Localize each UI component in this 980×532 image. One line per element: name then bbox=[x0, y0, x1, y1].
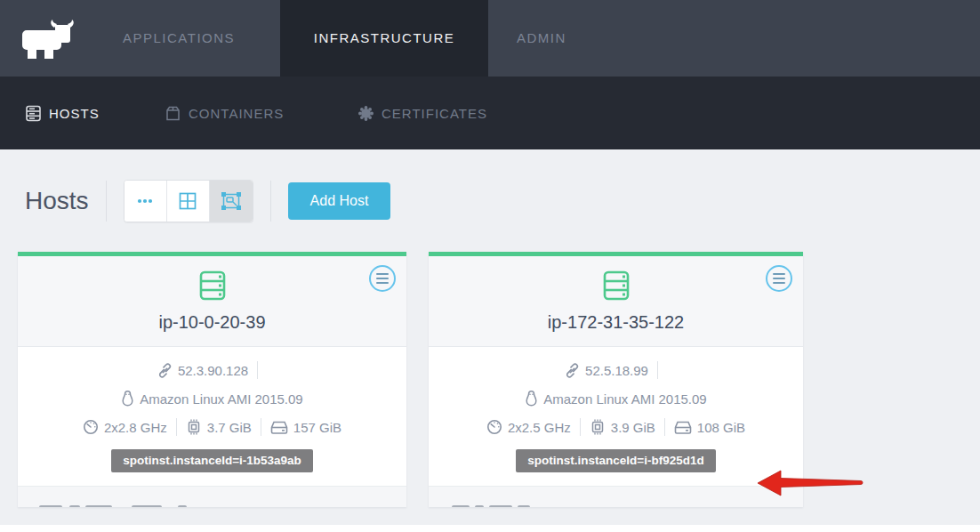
host-label-tag: spotinst.instanceId=i-1b53a9ab bbox=[111, 449, 313, 472]
host-os-row: Amazon Linux AMI 2015.09 bbox=[429, 384, 803, 413]
app-window: APPLICATIONS INFRASTRUCTURE ADMIN HOSTS bbox=[0, 0, 980, 532]
ellipsis-icon bbox=[137, 198, 153, 204]
host-cpu: 2x2.8 GHz bbox=[104, 420, 167, 435]
disk-drive-icon bbox=[674, 420, 692, 435]
menu-line bbox=[773, 278, 785, 279]
certificate-seal-icon bbox=[357, 105, 374, 122]
cpu-gauge-icon bbox=[83, 419, 99, 435]
clipped-text bbox=[178, 505, 187, 507]
subnav-item-label: CONTAINERS bbox=[189, 106, 284, 121]
host-disk: 157 GiB bbox=[293, 420, 341, 435]
view-mode-list-button[interactable] bbox=[125, 181, 167, 222]
host-ip: 52.5.18.99 bbox=[585, 363, 648, 378]
divider bbox=[106, 181, 107, 222]
hosts-server-icon bbox=[25, 105, 42, 122]
host-os-row: Amazon Linux AMI 2015.09 bbox=[18, 384, 406, 413]
host-ip: 52.3.90.128 bbox=[178, 363, 248, 378]
menu-line bbox=[773, 282, 785, 284]
host-ip-row: 52.5.18.99 bbox=[429, 356, 803, 384]
divider bbox=[664, 418, 665, 436]
clipped-text bbox=[452, 505, 470, 507]
grid-icon bbox=[179, 192, 197, 210]
clipped-text bbox=[85, 505, 112, 507]
clipped-text bbox=[475, 505, 484, 507]
diagram-icon bbox=[221, 192, 241, 210]
link-icon bbox=[157, 363, 173, 378]
memory-chip-icon bbox=[590, 419, 606, 435]
menu-line bbox=[773, 273, 785, 275]
clipped-text bbox=[69, 505, 80, 507]
disk-drive-icon bbox=[270, 420, 288, 435]
host-ip-row: 52.3.90.128 bbox=[18, 356, 406, 384]
subnav-item-hosts[interactable]: HOSTS bbox=[25, 77, 100, 149]
divider bbox=[176, 418, 177, 436]
top-nav-bar: APPLICATIONS INFRASTRUCTURE ADMIN bbox=[0, 0, 980, 77]
clipped-text bbox=[39, 505, 62, 507]
divider bbox=[580, 418, 581, 436]
clipped-text bbox=[518, 505, 530, 507]
page-title: Hosts bbox=[25, 187, 89, 215]
red-annotation-arrow bbox=[756, 469, 868, 497]
subnav-item-certificates[interactable]: CERTIFICATES bbox=[357, 77, 487, 149]
link-icon bbox=[565, 363, 580, 378]
subnav-item-label: HOSTS bbox=[49, 106, 100, 121]
window-bottom-edge bbox=[0, 525, 980, 532]
host-specs-row: 2x2.5 GHz bbox=[429, 413, 803, 441]
host-memory: 3.7 GiB bbox=[207, 420, 252, 435]
add-host-button[interactable]: Add Host bbox=[288, 182, 391, 220]
host-card-footer bbox=[18, 486, 406, 507]
view-mode-diagram-button[interactable] bbox=[210, 181, 253, 222]
host-memory: 3.9 GiB bbox=[611, 420, 655, 435]
subnav-item-containers[interactable]: CONTAINERS bbox=[165, 77, 284, 149]
memory-chip-icon bbox=[186, 419, 202, 435]
topnav-item-applications[interactable]: APPLICATIONS bbox=[123, 0, 235, 77]
infrastructure-sub-nav: HOSTS CONTAINERS bbox=[0, 77, 980, 149]
host-menu-button[interactable] bbox=[766, 265, 792, 292]
menu-line bbox=[376, 282, 389, 284]
menu-line bbox=[376, 278, 389, 279]
view-mode-grid-button[interactable] bbox=[167, 181, 210, 222]
host-os: Amazon Linux AMI 2015.09 bbox=[140, 391, 302, 407]
host-name[interactable]: ip-172-31-35-122 bbox=[429, 312, 803, 333]
host-menu-button[interactable] bbox=[369, 265, 396, 292]
topnav-item-admin[interactable]: ADMIN bbox=[517, 0, 566, 77]
host-disk: 108 GiB bbox=[697, 420, 745, 435]
host-card[interactable]: ACTIVE bbox=[429, 252, 803, 507]
host-card-details: 52.3.90.128 Amazon Linux AMI 2015.09 bbox=[18, 347, 406, 486]
linux-penguin-icon bbox=[121, 391, 134, 407]
linux-penguin-icon bbox=[525, 391, 538, 407]
topnav-item-infrastructure[interactable]: INFRASTRUCTURE bbox=[280, 0, 488, 77]
host-specs-row: 2x2.8 GHz bbox=[18, 413, 406, 441]
host-os: Amazon Linux AMI 2015.09 bbox=[543, 391, 706, 407]
host-label-tag: spotinst.instanceId=i-bf925d1d bbox=[516, 449, 715, 472]
divider bbox=[657, 361, 658, 379]
divider bbox=[257, 361, 258, 379]
host-card-details: 52.5.18.99 Amazon Linux AMI 2015.09 bbox=[429, 347, 803, 486]
host-server-icon bbox=[196, 269, 229, 302]
view-mode-toggle bbox=[124, 180, 253, 222]
subnav-item-label: CERTIFICATES bbox=[382, 106, 487, 121]
cpu-gauge-icon bbox=[486, 419, 502, 435]
clipped-text bbox=[132, 505, 162, 507]
host-card[interactable]: ACTIVE bbox=[18, 252, 406, 507]
menu-line bbox=[376, 273, 389, 275]
host-cpu: 2x2.5 GHz bbox=[508, 420, 571, 435]
container-box-icon bbox=[165, 105, 181, 122]
clipped-text bbox=[489, 505, 512, 507]
divider bbox=[270, 181, 271, 222]
page-header: Hosts bbox=[25, 180, 390, 222]
host-server-icon bbox=[599, 269, 633, 302]
host-card-header: ip-10-0-20-39 bbox=[18, 256, 406, 347]
host-card-header: ip-172-31-35-122 bbox=[429, 256, 803, 347]
divider bbox=[261, 418, 261, 436]
host-card-footer bbox=[429, 486, 803, 507]
rancher-cow-icon bbox=[20, 16, 78, 60]
host-cards-row: ACTIVE bbox=[18, 252, 803, 507]
host-name[interactable]: ip-10-0-20-39 bbox=[18, 312, 406, 333]
rancher-logo[interactable] bbox=[14, 13, 84, 63]
